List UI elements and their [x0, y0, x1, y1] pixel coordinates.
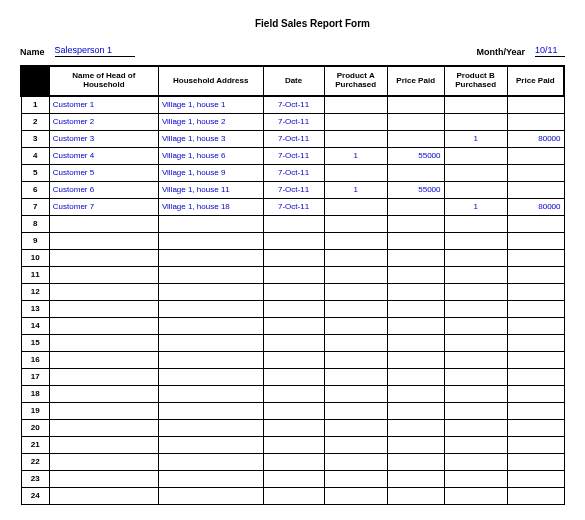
- table-row: 13: [21, 300, 564, 317]
- cell-name: Customer 4: [49, 147, 158, 164]
- header-address: Household Address: [158, 66, 263, 96]
- cell-name: [49, 453, 158, 470]
- cell-name: [49, 470, 158, 487]
- row-number: 7: [21, 198, 49, 215]
- cell-date: 7-Oct-11: [263, 181, 324, 198]
- table-row: 1Customer 1Village 1, house 17-Oct-11: [21, 96, 564, 113]
- cell-product-b: [444, 317, 507, 334]
- cell-price-b: [507, 436, 564, 453]
- row-number: 12: [21, 283, 49, 300]
- header-price-a: Price Paid: [387, 66, 444, 96]
- table-row: 8: [21, 215, 564, 232]
- header-corner: [21, 66, 49, 96]
- cell-date: 7-Oct-11: [263, 113, 324, 130]
- page-title: Field Sales Report Form: [60, 18, 565, 29]
- cell-price-b: [507, 317, 564, 334]
- cell-price-a: 55000: [387, 181, 444, 198]
- cell-product-a: [324, 470, 387, 487]
- row-number: 4: [21, 147, 49, 164]
- cell-price-b: [507, 385, 564, 402]
- row-number: 8: [21, 215, 49, 232]
- cell-date: [263, 249, 324, 266]
- cell-product-b: [444, 419, 507, 436]
- cell-date: [263, 283, 324, 300]
- cell-name: [49, 249, 158, 266]
- cell-address: [158, 283, 263, 300]
- cell-price-a: [387, 198, 444, 215]
- cell-product-b: [444, 249, 507, 266]
- cell-date: [263, 266, 324, 283]
- cell-address: [158, 351, 263, 368]
- cell-address: [158, 453, 263, 470]
- cell-name: [49, 317, 158, 334]
- cell-product-b: [444, 215, 507, 232]
- cell-address: Village 1, house 1: [158, 96, 263, 113]
- cell-product-b: [444, 453, 507, 470]
- cell-product-a: [324, 96, 387, 113]
- cell-date: [263, 487, 324, 504]
- cell-date: [263, 300, 324, 317]
- table-row: 15: [21, 334, 564, 351]
- table-row: 14: [21, 317, 564, 334]
- cell-address: [158, 266, 263, 283]
- cell-product-a: [324, 249, 387, 266]
- cell-product-b: [444, 470, 507, 487]
- cell-price-b: [507, 453, 564, 470]
- cell-address: Village 1, house 11: [158, 181, 263, 198]
- cell-price-b: [507, 164, 564, 181]
- cell-date: 7-Oct-11: [263, 130, 324, 147]
- cell-address: Village 1, house 2: [158, 113, 263, 130]
- cell-product-a: [324, 334, 387, 351]
- row-number: 16: [21, 351, 49, 368]
- monthyear-value: 10/11: [535, 45, 565, 57]
- cell-name: [49, 385, 158, 402]
- cell-product-b: [444, 368, 507, 385]
- table-row: 4Customer 4Village 1, house 67-Oct-11155…: [21, 147, 564, 164]
- cell-product-a: [324, 198, 387, 215]
- cell-address: Village 1, house 18: [158, 198, 263, 215]
- cell-address: [158, 436, 263, 453]
- cell-address: [158, 487, 263, 504]
- cell-product-a: [324, 419, 387, 436]
- cell-date: [263, 419, 324, 436]
- cell-price-b: [507, 232, 564, 249]
- cell-product-a: [324, 487, 387, 504]
- row-number: 17: [21, 368, 49, 385]
- cell-price-b: [507, 266, 564, 283]
- cell-product-b: 1: [444, 130, 507, 147]
- cell-price-b: [507, 113, 564, 130]
- cell-price-b: [507, 181, 564, 198]
- cell-address: [158, 334, 263, 351]
- cell-address: [158, 385, 263, 402]
- header-product-b: Product B Purchased: [444, 66, 507, 96]
- cell-date: [263, 317, 324, 334]
- cell-price-a: [387, 453, 444, 470]
- cell-product-b: [444, 283, 507, 300]
- cell-name: Customer 5: [49, 164, 158, 181]
- cell-address: [158, 249, 263, 266]
- cell-price-b: [507, 283, 564, 300]
- row-number: 19: [21, 402, 49, 419]
- row-number: 5: [21, 164, 49, 181]
- cell-name: [49, 368, 158, 385]
- cell-price-a: [387, 436, 444, 453]
- row-number: 6: [21, 181, 49, 198]
- cell-name: [49, 266, 158, 283]
- row-number: 2: [21, 113, 49, 130]
- cell-date: 7-Oct-11: [263, 198, 324, 215]
- cell-product-b: [444, 300, 507, 317]
- cell-name: [49, 334, 158, 351]
- cell-price-a: [387, 113, 444, 130]
- cell-price-a: [387, 249, 444, 266]
- cell-product-a: 1: [324, 147, 387, 164]
- header-price-b: Price Paid: [507, 66, 564, 96]
- cell-product-b: [444, 351, 507, 368]
- cell-product-b: [444, 487, 507, 504]
- row-number: 23: [21, 470, 49, 487]
- header-product-a: Product A Purchased: [324, 66, 387, 96]
- cell-product-a: [324, 402, 387, 419]
- cell-product-b: [444, 232, 507, 249]
- table-header-row: Name of Head of Household Household Addr…: [21, 66, 564, 96]
- row-number: 13: [21, 300, 49, 317]
- name-label: Name: [20, 47, 45, 57]
